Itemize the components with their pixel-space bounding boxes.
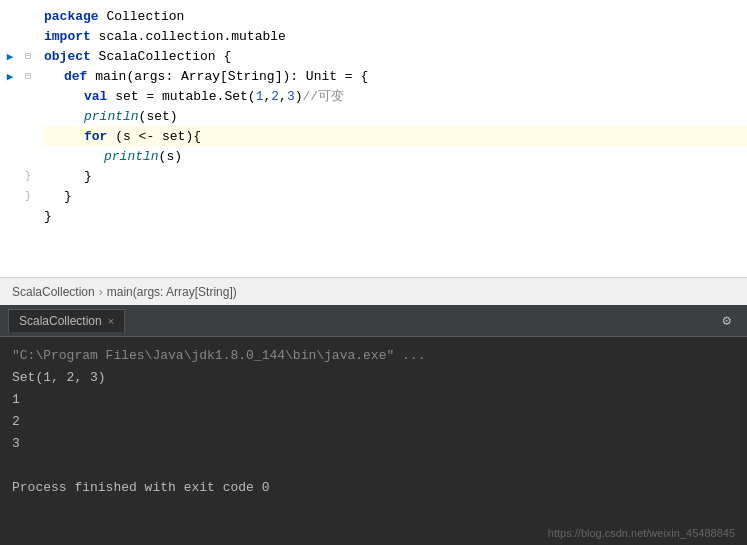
code-line-1: package Collection <box>44 6 747 26</box>
code-line-11: } <box>44 206 747 226</box>
fold-7 <box>20 126 36 146</box>
fold-11 <box>20 206 36 226</box>
println-set: println <box>84 109 139 124</box>
pkg-name: Collection <box>99 9 185 24</box>
num2: 2 <box>271 89 279 104</box>
terminal-line-5 <box>12 455 735 477</box>
val-decl: set = mutable.Set( <box>107 89 255 104</box>
equals-brace: = { <box>337 69 368 84</box>
gutter-line-8 <box>0 146 20 166</box>
breadcrumb-class: ScalaCollection <box>12 285 95 299</box>
code-line-7: for (s <- set){ <box>44 126 747 146</box>
terminal-area: ScalaCollection × ⚙ "C:\Program Files\Ja… <box>0 305 747 545</box>
gutter-line-9 <box>0 166 20 186</box>
gutter-line-2 <box>0 26 20 46</box>
code-line-3: object ScalaCollection { <box>44 46 747 66</box>
fold-3[interactable]: ⊟ <box>20 46 36 66</box>
comment1: //可变 <box>303 87 345 105</box>
gutter-line-10 <box>0 186 20 206</box>
num1: 1 <box>256 89 264 104</box>
println-s: println <box>104 149 159 164</box>
terminal-tab[interactable]: ScalaCollection × <box>8 309 125 332</box>
fold-9: } <box>20 166 36 186</box>
app-container: ▶ ▶ ⊟ ⊟ } } <box>0 0 747 545</box>
code-line-9: } <box>44 166 747 186</box>
comma2: , <box>279 89 287 104</box>
watermark: https://blog.csdn.net/weixin_45488845 <box>548 527 735 539</box>
gutter-line-1 <box>0 6 20 26</box>
fold-5 <box>20 86 36 106</box>
gear-icon[interactable]: ⚙ <box>715 312 739 329</box>
terminal-line-3: 2 <box>12 411 735 433</box>
method-sig: main(args: Array[String]): <box>87 69 305 84</box>
terminal-line-1: Set(1, 2, 3) <box>12 367 735 389</box>
println-arg: (set) <box>139 109 178 124</box>
gutter-line-6 <box>0 106 20 126</box>
terminal-line-4: 3 <box>12 433 735 455</box>
code-line-5: val set = mutable.Set( 1 , 2 , 3 ) //可变 <box>44 86 747 106</box>
kw-import: import <box>44 29 91 44</box>
brace-close-3: } <box>44 209 52 224</box>
code-line-8: println (s) <box>44 146 747 166</box>
terminal-tab-bar: ScalaCollection × ⚙ <box>0 305 747 337</box>
comma1: , <box>263 89 271 104</box>
gutter-line-11 <box>0 206 20 226</box>
num3: 3 <box>287 89 295 104</box>
fold-8 <box>20 146 36 166</box>
code-line-2: import scala.collection.mutable <box>44 26 747 46</box>
arrow-gutter: ▶ ▶ <box>0 6 20 271</box>
fold-gutter: ⊟ ⊟ } } <box>20 6 36 271</box>
kw-for: for <box>84 129 107 144</box>
code-line-10: } <box>44 186 747 206</box>
kw-val: val <box>84 89 107 104</box>
kw-package: package <box>44 9 99 24</box>
for-expr: (s <- set){ <box>107 129 201 144</box>
brace-close-1: } <box>84 169 92 184</box>
breadcrumb-method: main(args: Array[String]) <box>107 285 237 299</box>
code-line-6: println (set) <box>44 106 747 126</box>
fold-6 <box>20 106 36 126</box>
kw-object: object <box>44 49 91 64</box>
terminal-tab-label: ScalaCollection <box>19 314 102 328</box>
code-line-4: def main(args: Array[String]): Unit = { <box>44 66 747 86</box>
brace-close-2: } <box>64 189 72 204</box>
gutter-arrow-4: ▶ <box>0 66 20 86</box>
tab-close-button[interactable]: × <box>108 315 114 327</box>
terminal-line-6: Process finished with exit code 0 <box>12 477 735 499</box>
code-content: package Collection import scala.collecti… <box>36 6 747 271</box>
gutter-arrow-3: ▶ <box>0 46 20 66</box>
editor-area: ▶ ▶ ⊟ ⊟ } } <box>0 0 747 305</box>
kw-def: def <box>64 69 87 84</box>
object-name: ScalaCollection { <box>91 49 231 64</box>
breadcrumb-bar: ScalaCollection › main(args: Array[Strin… <box>0 277 747 305</box>
breadcrumb-sep: › <box>99 285 103 299</box>
fold-1 <box>20 6 36 26</box>
import-path: scala.collection.mutable <box>91 29 286 44</box>
terminal-line-0: "C:\Program Files\Java\jdk1.8.0_144\bin\… <box>12 345 735 367</box>
fold-10: } <box>20 186 36 206</box>
println-s-arg: (s) <box>159 149 182 164</box>
fold-2 <box>20 26 36 46</box>
terminal-content: "C:\Program Files\Java\jdk1.8.0_144\bin\… <box>0 337 747 545</box>
gutter-line-5 <box>0 86 20 106</box>
paren-close: ) <box>295 89 303 104</box>
return-type: Unit <box>306 69 337 84</box>
gutter-line-7 <box>0 126 20 146</box>
terminal-line-2: 1 <box>12 389 735 411</box>
fold-4[interactable]: ⊟ <box>20 66 36 86</box>
